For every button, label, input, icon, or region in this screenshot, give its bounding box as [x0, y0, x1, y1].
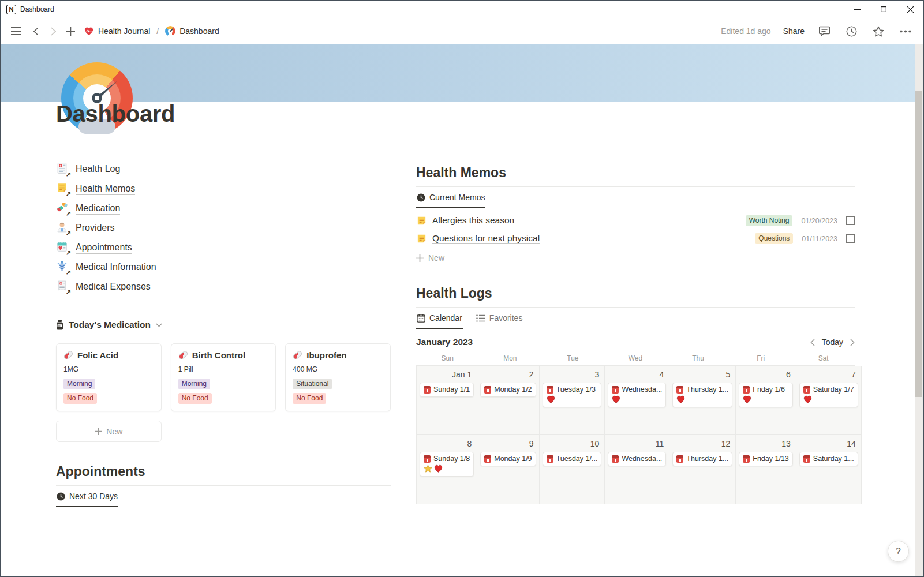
- todays-medication-section: Today's Medication Folic Acid 1MG Mornin…: [56, 320, 391, 442]
- maximize-button[interactable]: [870, 1, 897, 18]
- calendar-event[interactable]: Monday 1/9: [480, 452, 536, 466]
- tag-no-food: No Food: [178, 393, 212, 404]
- memo-row-allergies[interactable]: Allergies this season Worth Noting 01/20…: [416, 212, 855, 230]
- tab-calendar[interactable]: Calendar: [416, 308, 463, 329]
- help-button[interactable]: ?: [888, 541, 909, 562]
- todays-medication-toggle[interactable]: Today's Medication: [56, 320, 391, 336]
- log-icon: [612, 386, 619, 394]
- minimize-button[interactable]: [844, 1, 870, 18]
- calendar-cell[interactable]: 9Monday 1/9: [477, 435, 539, 504]
- new-page-icon[interactable]: [63, 24, 78, 39]
- calendar-day-headers: Sun Mon Tue Wed Thu Fri Sat: [416, 354, 855, 362]
- breadcrumb-dashboard[interactable]: Dashboard: [165, 26, 219, 36]
- open-arrow-icon: ↗: [66, 289, 71, 295]
- calendar-cell[interactable]: 5Thursday 1...: [669, 366, 736, 435]
- med-card-birth-control[interactable]: Birth Control 1 Pill Morning No Food: [171, 343, 276, 411]
- forward-button[interactable]: [46, 24, 61, 39]
- calendar-cell[interactable]: 14Saturday 1...: [796, 435, 862, 504]
- calendar-date: 14: [847, 439, 856, 448]
- calendar-cell[interactable]: Jan 1Sunday 1/1: [417, 366, 477, 435]
- calendar-event-title: Wednesda...: [622, 385, 662, 394]
- calendar-cell[interactable]: 7Saturday 1/7: [796, 366, 862, 435]
- link-medical-information[interactable]: ↗ Medical Information: [56, 257, 391, 277]
- med-card-ibuprofen[interactable]: Ibuprofen 400 MG Situational No Food: [285, 343, 391, 411]
- memo-row-questions[interactable]: Questions for next physical Questions 01…: [416, 230, 855, 248]
- favorite-star-icon[interactable]: [871, 24, 886, 39]
- scrollbar-thumb[interactable]: [915, 91, 922, 397]
- chevron-down-icon: [156, 323, 162, 327]
- page-title[interactable]: Dashboard: [56, 101, 855, 127]
- doctor-icon: ↗: [56, 221, 70, 235]
- open-arrow-icon: ↗: [66, 211, 71, 217]
- tab-current-memos[interactable]: Current Memos: [416, 187, 485, 208]
- divider: [56, 336, 391, 336]
- calendar-cell[interactable]: 3Tuesday 1/3: [540, 366, 605, 435]
- close-button[interactable]: [897, 1, 923, 18]
- calendar-cell[interactable]: 8Sunday 1/8: [417, 435, 477, 504]
- calendar-event-title: Saturday 1/7: [813, 385, 854, 394]
- comments-icon[interactable]: [817, 24, 832, 39]
- calendar-today-button[interactable]: Today: [822, 338, 843, 347]
- link-medication[interactable]: ↗ Medication: [56, 198, 391, 218]
- calendar-cell[interactable]: 6Friday 1/6: [736, 366, 796, 435]
- pills-icon: ↗: [56, 201, 70, 215]
- tag-morning: Morning: [63, 379, 95, 389]
- calendar-cell[interactable]: 11Wednesda...: [605, 435, 669, 504]
- calendar-event[interactable]: Sunday 1/1: [420, 383, 474, 397]
- calendar-event[interactable]: Sunday 1/8: [420, 452, 474, 477]
- sidebar-menu-icon[interactable]: [9, 24, 24, 39]
- tab-next-30-days[interactable]: Next 30 Days: [56, 486, 118, 507]
- calendar-cell[interactable]: 12Thursday 1...: [669, 435, 736, 504]
- calendar-event[interactable]: Tuesday 1/3: [543, 383, 602, 407]
- link-health-log[interactable]: ↗ Health Log: [56, 159, 391, 179]
- back-button[interactable]: [28, 24, 43, 39]
- heart-pulse-icon: [84, 27, 94, 36]
- med-card-folic-acid[interactable]: Folic Acid 1MG Morning No Food: [56, 343, 162, 411]
- history-clock-icon[interactable]: [844, 24, 859, 39]
- link-medical-expenses[interactable]: ↗ Medical Expenses: [56, 277, 391, 297]
- share-button[interactable]: Share: [783, 27, 805, 36]
- calendar-event[interactable]: Thursday 1...: [672, 383, 732, 407]
- navbar: Health Journal / Dashboard Edited 1d ago…: [1, 18, 923, 44]
- calendar-prev-button[interactable]: [810, 339, 815, 346]
- link-providers[interactable]: ↗ Providers: [56, 218, 391, 238]
- appointments-heading[interactable]: Appointments: [56, 464, 391, 485]
- calendar-next-button[interactable]: [850, 339, 855, 346]
- med-dose: 1MG: [63, 365, 154, 373]
- memo-icon: ↗: [56, 182, 70, 196]
- calendar-date: 5: [725, 370, 730, 379]
- more-options-icon[interactable]: [898, 24, 913, 39]
- calendar-event[interactable]: Monday 1/2: [480, 383, 536, 397]
- health-logs-heading[interactable]: Health Logs: [416, 286, 855, 307]
- calendar-event[interactable]: Tuesday 1/...: [543, 452, 602, 466]
- log-icon: [547, 455, 553, 463]
- calendar-event[interactable]: Wednesda...: [608, 383, 666, 407]
- calendar-event[interactable]: Friday 1/6: [739, 383, 793, 407]
- health-memos-heading[interactable]: Health Memos: [416, 165, 855, 186]
- edited-timestamp: Edited 1d ago: [721, 27, 770, 36]
- clock-icon: [57, 492, 65, 501]
- calendar-event[interactable]: Thursday 1...: [672, 452, 732, 466]
- vertical-scrollbar[interactable]: [915, 44, 923, 576]
- calendar-event[interactable]: Friday 1/13: [739, 452, 793, 466]
- calendar-event[interactable]: Wednesda...: [608, 452, 666, 466]
- log-icon: [743, 455, 750, 463]
- memo-checkbox[interactable]: [846, 234, 855, 243]
- tab-favorites[interactable]: Favorites: [476, 308, 523, 329]
- link-health-memos[interactable]: ↗ Health Memos: [56, 179, 391, 198]
- calendar-cell[interactable]: 10Tuesday 1/...: [540, 435, 605, 504]
- calendar-cell[interactable]: 4Wednesda...: [605, 366, 669, 435]
- memo-checkbox[interactable]: [846, 216, 855, 225]
- new-memo-button[interactable]: New: [416, 253, 855, 263]
- calendar-event[interactable]: Saturday 1/7: [799, 383, 858, 407]
- calendar-cell[interactable]: 2Monday 1/2: [477, 366, 539, 435]
- breadcrumb-health-journal[interactable]: Health Journal: [84, 27, 150, 36]
- notion-logo-icon: N: [6, 5, 16, 14]
- log-icon: [676, 455, 683, 463]
- calendar-cell[interactable]: 13Friday 1/13: [736, 435, 796, 504]
- heart-icon: [434, 464, 443, 473]
- calendar-event[interactable]: Saturday 1...: [799, 452, 858, 466]
- new-medication-button[interactable]: New: [56, 421, 162, 442]
- calendar-event-title: Thursday 1...: [686, 455, 728, 463]
- link-appointments[interactable]: ↗ Appointments: [56, 238, 391, 257]
